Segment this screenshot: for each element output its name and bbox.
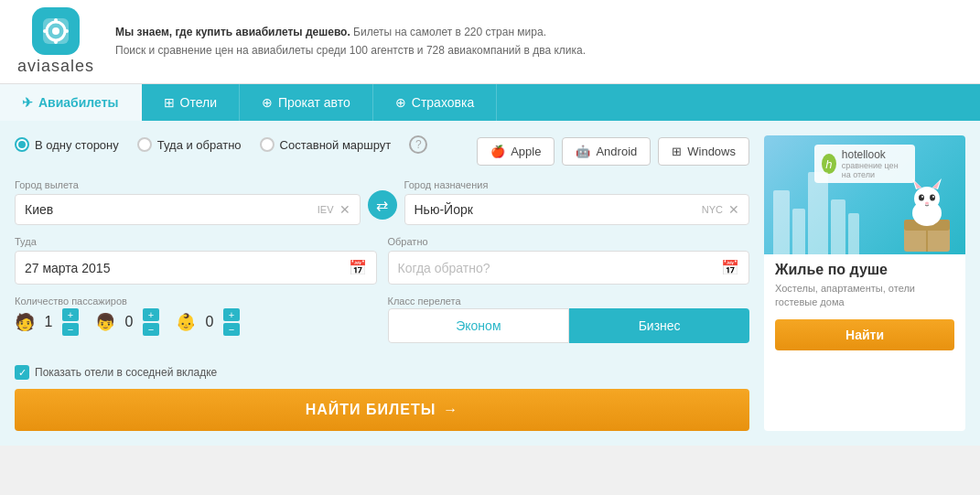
destination-group: Город назначения NYC ✕: [404, 179, 750, 225]
building-1: [773, 190, 790, 254]
android-button[interactable]: 🤖 Android: [562, 137, 651, 166]
android-label: Android: [596, 145, 637, 158]
logo-area: aviasales: [15, 7, 97, 76]
cars-icon: ⊕: [262, 95, 273, 110]
origin-group: Город вылета IEV ✕: [15, 179, 361, 225]
insurance-icon: ⊕: [395, 95, 406, 110]
search-arrow-icon: →: [443, 402, 458, 418]
app-buttons: 🍎 Apple 🤖 Android ⊞ Windows: [477, 137, 749, 166]
adults-increment[interactable]: +: [62, 308, 79, 321]
infants-btns: + −: [223, 308, 240, 336]
return-input[interactable]: [398, 261, 722, 275]
children-value: 0: [121, 314, 137, 330]
svg-rect-3: [54, 18, 58, 22]
ad-subtitle: Хостелы, апартаменты, отелигостевые дома: [775, 282, 954, 310]
nav-tab-cars-label: Прокат авто: [278, 95, 350, 110]
economy-button[interactable]: Эконом: [388, 308, 570, 343]
logo-text: aviasales: [17, 57, 94, 76]
svg-point-12: [914, 187, 940, 210]
ad-body: Жилье по душе Хостелы, апартаменты, отел…: [764, 254, 965, 358]
apple-button[interactable]: 🍎 Apple: [477, 137, 555, 166]
dates-row: Туда 📅 Обратно 📅: [15, 236, 749, 285]
business-button[interactable]: Бизнес: [569, 308, 749, 343]
ad-panel: h hotellook сравнение цен на отели: [764, 135, 965, 431]
adults-value: 1: [40, 314, 57, 330]
child-icon: 👦: [95, 312, 115, 332]
hotels-icon: ⊞: [164, 95, 175, 110]
origin-label: Город вылета: [15, 179, 361, 190]
checkbox-row: ✓ Показать отели в соседней вкладке: [15, 365, 749, 380]
class-row: Эконом Бизнес: [388, 308, 750, 343]
tagline-line2: Поиск и сравнение цен на авиабилеты сред…: [115, 42, 965, 59]
swap-button[interactable]: ⇄: [368, 190, 397, 220]
children-decrement[interactable]: −: [143, 323, 159, 336]
radio-one-way[interactable]: В одну сторону: [15, 137, 119, 152]
radio-one-way-circle: [15, 137, 29, 152]
nav-tab-flights-label: Авиабилеты: [38, 95, 119, 110]
apple-label: Apple: [511, 145, 541, 158]
origin-input[interactable]: [25, 202, 312, 217]
return-input-wrap: 📅: [388, 251, 750, 285]
nav-tab-hotels-label: Отели: [180, 95, 217, 110]
svg-point-2: [52, 27, 59, 35]
main-area: В одну сторону Туда и обратно Составной …: [0, 121, 980, 446]
children-counter: 👦 0 + −: [95, 308, 159, 336]
origin-clear[interactable]: ✕: [339, 202, 350, 217]
adults-decrement[interactable]: −: [62, 323, 79, 336]
depart-input-wrap: 📅: [15, 251, 377, 285]
ad-logo-text: hotellook: [842, 148, 908, 161]
class-section: Класс перелета Эконом Бизнес: [388, 296, 750, 354]
svg-rect-4: [54, 40, 58, 44]
destination-clear[interactable]: ✕: [728, 202, 739, 217]
infant-icon: 👶: [176, 312, 196, 332]
svg-point-18: [930, 195, 935, 201]
radio-round-trip-circle: [137, 137, 152, 152]
radio-multi-city-label: Составной маршрут: [280, 138, 392, 152]
ad-image: h hotellook сравнение цен на отели: [764, 135, 965, 254]
children-increment[interactable]: +: [143, 308, 159, 321]
passengers-label: Количество пассажиров: [15, 296, 377, 307]
ad-find-button[interactable]: Найти: [775, 319, 954, 350]
destination-input-wrap: NYC ✕: [404, 194, 750, 225]
show-hotels-checkbox[interactable]: ✓ Показать отели в соседней вкладке: [15, 365, 217, 380]
search-button[interactable]: НАЙТИ БИЛЕТЫ →: [15, 389, 749, 431]
depart-field: Туда 📅: [15, 236, 377, 285]
nav-tab-hotels[interactable]: ⊞ Отели: [142, 84, 240, 121]
radio-round-trip[interactable]: Туда и обратно: [137, 137, 242, 152]
nav-tab-insurance[interactable]: ⊕ Страховка: [373, 84, 497, 121]
depart-calendar-icon[interactable]: 📅: [349, 259, 367, 276]
flights-icon: ✈: [22, 95, 33, 110]
ad-cat: [899, 169, 954, 254]
adult-icon: 🧑: [15, 312, 35, 332]
building-3: [808, 172, 828, 254]
svg-rect-5: [43, 29, 47, 33]
windows-button[interactable]: ⊞ Windows: [658, 137, 749, 166]
svg-point-20: [932, 196, 934, 198]
destination-input[interactable]: [415, 202, 696, 217]
destination-code: NYC: [702, 204, 723, 215]
nav-tab-insurance-label: Страховка: [412, 95, 474, 110]
ad-buildings: [773, 172, 859, 254]
svg-point-19: [921, 196, 923, 198]
pass-counters: 🧑 1 + − 👦 0 + −: [15, 308, 377, 336]
infants-counter: 👶 0 + −: [176, 308, 240, 336]
infants-decrement[interactable]: −: [223, 323, 240, 336]
infants-increment[interactable]: +: [223, 308, 240, 321]
windows-icon: ⊞: [672, 145, 682, 158]
nav-tab-cars[interactable]: ⊕ Прокат авто: [240, 84, 373, 121]
tagline-line1: Билеты на самолет в 220 стран мира.: [350, 26, 546, 38]
return-field: Обратно 📅: [388, 236, 750, 285]
trip-type-row: В одну сторону Туда и обратно Составной …: [15, 135, 427, 154]
depart-input[interactable]: [25, 261, 349, 275]
windows-label: Windows: [687, 145, 736, 158]
radio-multi-city[interactable]: Составной маршрут: [260, 137, 392, 152]
passengers-section: Количество пассажиров 🧑 1 + − 👦: [15, 296, 377, 354]
return-calendar-icon[interactable]: 📅: [721, 259, 739, 276]
nav-tab-flights[interactable]: ✈ Авиабилеты: [0, 84, 142, 121]
search-panel: В одну сторону Туда и обратно Составной …: [15, 135, 749, 431]
help-icon[interactable]: ?: [409, 135, 427, 154]
top-bar: aviasales Мы знаем, где купить авиабилет…: [0, 0, 980, 84]
checkbox-icon: ✓: [15, 365, 29, 380]
ad-logo-letter: h: [822, 154, 836, 174]
tagline: Мы знаем, где купить авиабилеты дешево. …: [115, 24, 965, 59]
